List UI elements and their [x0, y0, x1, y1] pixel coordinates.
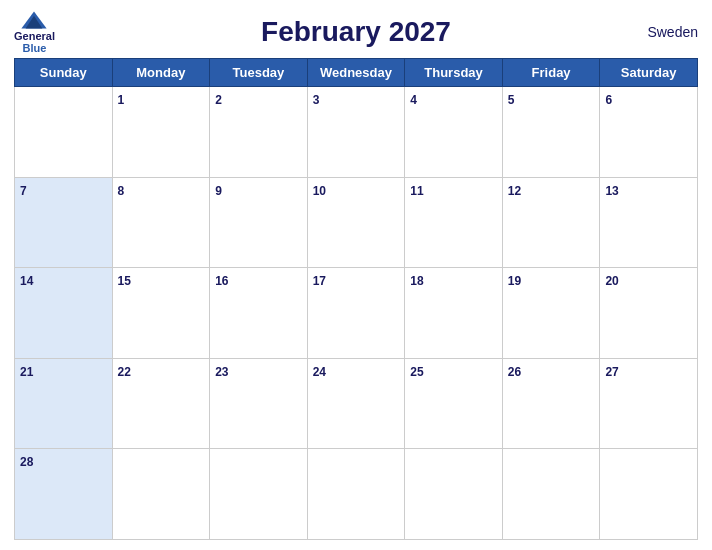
- calendar-cell: 11: [405, 177, 503, 268]
- calendar-cell: 21: [15, 358, 113, 449]
- calendar-cell: 20: [600, 268, 698, 359]
- day-number: 11: [410, 184, 423, 198]
- day-number: 18: [410, 274, 423, 288]
- calendar-week-2: 78910111213: [15, 177, 698, 268]
- calendar-cell: 16: [210, 268, 308, 359]
- day-number: 12: [508, 184, 521, 198]
- calendar-cell: 3: [307, 87, 405, 178]
- calendar-cell: 13: [600, 177, 698, 268]
- calendar-cell: 27: [600, 358, 698, 449]
- day-number: 24: [313, 365, 326, 379]
- logo: General Blue: [14, 10, 55, 54]
- weekday-header-sunday: Sunday: [15, 59, 113, 87]
- calendar-cell: 7: [15, 177, 113, 268]
- calendar-header-row: SundayMondayTuesdayWednesdayThursdayFrid…: [15, 59, 698, 87]
- day-number: 28: [20, 455, 33, 469]
- calendar-cell: 9: [210, 177, 308, 268]
- weekday-header-tuesday: Tuesday: [210, 59, 308, 87]
- calendar-cell: 14: [15, 268, 113, 359]
- day-number: 19: [508, 274, 521, 288]
- day-number: 5: [508, 93, 515, 107]
- calendar-cell: 6: [600, 87, 698, 178]
- calendar-cell: 23: [210, 358, 308, 449]
- calendar-cell: 12: [502, 177, 600, 268]
- calendar-cell: 2: [210, 87, 308, 178]
- day-number: 14: [20, 274, 33, 288]
- weekday-header-saturday: Saturday: [600, 59, 698, 87]
- calendar-week-4: 21222324252627: [15, 358, 698, 449]
- calendar-table: SundayMondayTuesdayWednesdayThursdayFrid…: [14, 58, 698, 540]
- calendar-cell: [210, 449, 308, 540]
- calendar-header: General Blue February 2027 Sweden: [14, 10, 698, 52]
- logo-line1: General: [14, 30, 55, 42]
- day-number: 23: [215, 365, 228, 379]
- day-number: 25: [410, 365, 423, 379]
- calendar-cell: 24: [307, 358, 405, 449]
- day-number: 22: [118, 365, 131, 379]
- page-title: February 2027: [261, 16, 451, 48]
- calendar-cell: 25: [405, 358, 503, 449]
- calendar-cell: [405, 449, 503, 540]
- calendar-cell: 22: [112, 358, 210, 449]
- calendar-cell: [502, 449, 600, 540]
- weekday-header-friday: Friday: [502, 59, 600, 87]
- calendar-week-1: 123456: [15, 87, 698, 178]
- day-number: 16: [215, 274, 228, 288]
- calendar-cell: 1: [112, 87, 210, 178]
- calendar-cell: 10: [307, 177, 405, 268]
- day-number: 3: [313, 93, 320, 107]
- logo-icon: [20, 10, 48, 30]
- logo-line2: Blue: [23, 42, 47, 54]
- day-number: 8: [118, 184, 125, 198]
- weekday-header-monday: Monday: [112, 59, 210, 87]
- calendar-cell: 8: [112, 177, 210, 268]
- day-number: 9: [215, 184, 222, 198]
- day-number: 26: [508, 365, 521, 379]
- day-number: 1: [118, 93, 125, 107]
- calendar-cell: 17: [307, 268, 405, 359]
- day-number: 7: [20, 184, 27, 198]
- weekday-header-thursday: Thursday: [405, 59, 503, 87]
- day-number: 6: [605, 93, 612, 107]
- calendar-cell: 19: [502, 268, 600, 359]
- calendar-cell: 28: [15, 449, 113, 540]
- day-number: 4: [410, 93, 417, 107]
- day-number: 2: [215, 93, 222, 107]
- country-label: Sweden: [647, 24, 698, 40]
- calendar-cell: [112, 449, 210, 540]
- day-number: 17: [313, 274, 326, 288]
- calendar-week-5: 28: [15, 449, 698, 540]
- calendar-cell: 26: [502, 358, 600, 449]
- calendar-cell: [600, 449, 698, 540]
- calendar-cell: 15: [112, 268, 210, 359]
- calendar-week-3: 14151617181920: [15, 268, 698, 359]
- day-number: 27: [605, 365, 618, 379]
- day-number: 13: [605, 184, 618, 198]
- day-number: 10: [313, 184, 326, 198]
- day-number: 21: [20, 365, 33, 379]
- weekday-header-wednesday: Wednesday: [307, 59, 405, 87]
- calendar-cell: 5: [502, 87, 600, 178]
- day-number: 15: [118, 274, 131, 288]
- calendar-cell: 18: [405, 268, 503, 359]
- calendar-cell: [307, 449, 405, 540]
- calendar-cell: 4: [405, 87, 503, 178]
- calendar-cell: [15, 87, 113, 178]
- day-number: 20: [605, 274, 618, 288]
